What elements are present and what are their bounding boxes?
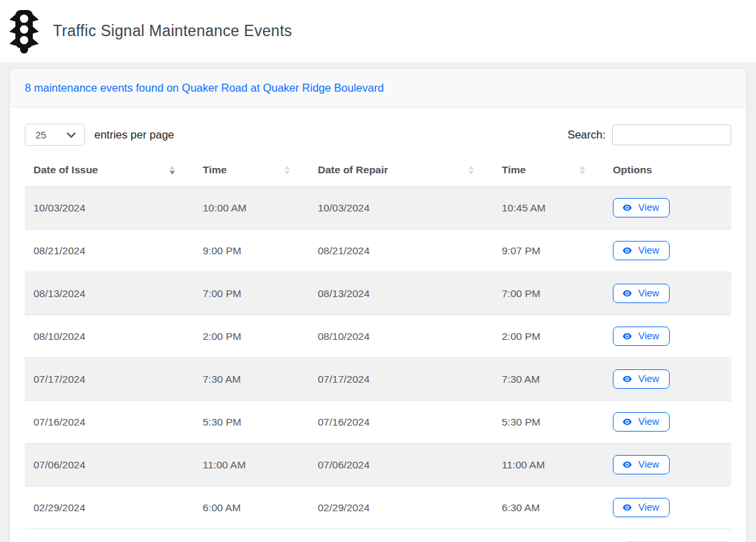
date-of-issue-cell: 07/16/2024	[25, 401, 194, 444]
view-button[interactable]: View	[613, 284, 670, 303]
search-group: Search:	[567, 124, 731, 145]
date-of-issue-cell: 10/03/2024	[25, 187, 194, 230]
date-of-issue-cell: 02/29/2024	[25, 486, 194, 529]
options-cell: View	[604, 444, 731, 486]
view-button-label: View	[638, 460, 659, 470]
entries-select-value: 25	[35, 130, 46, 141]
table-row: 07/16/2024 5:30 PM 07/16/2024 5:30 PM Vi…	[25, 401, 731, 444]
issue-time-cell: 7:30 AM	[194, 358, 309, 401]
repair-time-cell: 5:30 PM	[493, 401, 604, 444]
view-button-label: View	[638, 203, 659, 213]
view-button[interactable]: View	[613, 412, 670, 432]
date-of-issue-cell: 08/13/2024	[25, 272, 194, 315]
date-of-issue-cell: 07/06/2024	[25, 444, 194, 486]
eye-icon	[622, 374, 632, 384]
date-of-issue-cell: 08/21/2024	[25, 230, 194, 272]
date-of-repair-cell: 10/03/2024	[309, 187, 493, 230]
eye-icon	[622, 460, 632, 470]
view-button-label: View	[638, 417, 659, 427]
table-row: 07/17/2024 7:30 AM 07/17/2024 7:30 AM Vi…	[25, 358, 731, 401]
column-header-date-of-repair[interactable]: Date of Repair	[309, 154, 493, 187]
topbar: Traffic Signal Maintenance Events	[0, 0, 756, 62]
options-cell: View	[604, 187, 731, 230]
table-controls: 25 entries per page Search:	[25, 124, 731, 146]
view-button[interactable]: View	[613, 327, 670, 346]
repair-time-cell: 11:00 AM	[493, 444, 604, 486]
view-button-label: View	[638, 374, 659, 384]
view-button-label: View	[638, 246, 659, 256]
table-row: 08/13/2024 7:00 PM 08/13/2024 7:00 PM Vi…	[25, 272, 731, 315]
table-body: 10/03/2024 10:00 AM 10/03/2024 10:45 AM …	[25, 187, 731, 529]
eye-icon	[622, 331, 632, 341]
column-header-options: Options	[604, 154, 731, 187]
view-button-label: View	[638, 503, 659, 513]
entries-per-page-select[interactable]: 25	[25, 124, 85, 146]
table-header-row: Date of Issue Time	[25, 154, 731, 187]
search-input[interactable]	[612, 124, 731, 145]
view-button[interactable]: View	[613, 241, 670, 260]
column-label: Time	[203, 164, 227, 176]
column-label: Time	[502, 164, 526, 176]
results-card: 8 maintenance events found on Quaker Roa…	[10, 69, 746, 542]
options-cell: View	[604, 401, 731, 444]
column-header-date-of-issue[interactable]: Date of Issue	[25, 154, 194, 187]
column-header-repair-time[interactable]: Time	[493, 154, 604, 187]
options-cell: View	[604, 230, 731, 272]
eye-icon	[622, 503, 632, 513]
repair-time-cell: 10:45 AM	[493, 187, 604, 230]
options-cell: View	[604, 315, 731, 358]
issue-time-cell: 6:00 AM	[194, 486, 309, 529]
options-cell: View	[604, 272, 731, 315]
page-title: Traffic Signal Maintenance Events	[53, 22, 292, 40]
sort-icon[interactable]	[169, 165, 175, 175]
view-button-label: View	[638, 331, 659, 341]
issue-time-cell: 7:00 PM	[194, 272, 309, 315]
sort-icon[interactable]	[579, 165, 585, 175]
date-of-repair-cell: 08/13/2024	[309, 272, 493, 315]
view-button[interactable]: View	[613, 455, 670, 474]
date-of-repair-cell: 02/29/2024	[309, 486, 493, 529]
repair-time-cell: 9:07 PM	[493, 230, 604, 272]
repair-time-cell: 2:00 PM	[493, 315, 604, 358]
issue-time-cell: 10:00 AM	[194, 187, 309, 230]
options-cell: View	[604, 486, 731, 529]
table-row: 08/21/2024 9:00 PM 08/21/2024 9:07 PM Vi…	[25, 230, 731, 272]
entries-per-page-label: entries per page	[94, 128, 174, 141]
repair-time-cell: 6:30 AM	[493, 486, 604, 529]
table-row: 02/29/2024 6:00 AM 02/29/2024 6:30 AM Vi…	[25, 486, 731, 529]
repair-time-cell: 7:00 PM	[493, 272, 604, 315]
view-button[interactable]: View	[613, 498, 670, 517]
table-header: Date of Issue Time	[25, 154, 731, 187]
view-button[interactable]: View	[613, 198, 670, 217]
view-button[interactable]: View	[613, 369, 670, 389]
view-button-label: View	[638, 288, 659, 298]
search-label: Search:	[567, 128, 605, 141]
eye-icon	[622, 246, 632, 256]
eye-icon	[622, 288, 632, 298]
issue-time-cell: 11:00 AM	[194, 444, 309, 486]
table-row: 07/06/2024 11:00 AM 07/06/2024 11:00 AM …	[25, 444, 731, 486]
card-body: 25 entries per page Search: Date	[10, 108, 746, 542]
table-row: 08/10/2024 2:00 PM 08/10/2024 2:00 PM Vi…	[25, 315, 731, 358]
issue-time-cell: 2:00 PM	[194, 315, 309, 358]
repair-time-cell: 7:30 AM	[493, 358, 604, 401]
results-message: 8 maintenance events found on Quaker Roa…	[10, 69, 746, 108]
sort-icon[interactable]	[284, 165, 290, 175]
table-row: 10/03/2024 10:00 AM 10/03/2024 10:45 AM …	[25, 187, 731, 230]
date-of-repair-cell: 07/06/2024	[309, 444, 493, 486]
eye-icon	[622, 203, 632, 213]
entries-per-page-group: 25 entries per page	[25, 124, 174, 146]
date-of-issue-cell: 07/17/2024	[25, 358, 194, 401]
options-cell: View	[604, 358, 731, 401]
column-label: Date of Repair	[318, 164, 388, 176]
issue-time-cell: 5:30 PM	[194, 401, 309, 444]
column-label: Date of Issue	[33, 164, 98, 176]
date-of-repair-cell: 08/10/2024	[309, 315, 493, 358]
sort-icon[interactable]	[468, 165, 474, 175]
maintenance-events-table: Date of Issue Time	[25, 154, 731, 529]
date-of-repair-cell: 07/16/2024	[309, 401, 493, 444]
eye-icon	[622, 417, 632, 427]
column-header-issue-time[interactable]: Time	[194, 154, 309, 187]
issue-time-cell: 9:00 PM	[194, 230, 309, 272]
traffic-light-icon	[9, 10, 39, 54]
